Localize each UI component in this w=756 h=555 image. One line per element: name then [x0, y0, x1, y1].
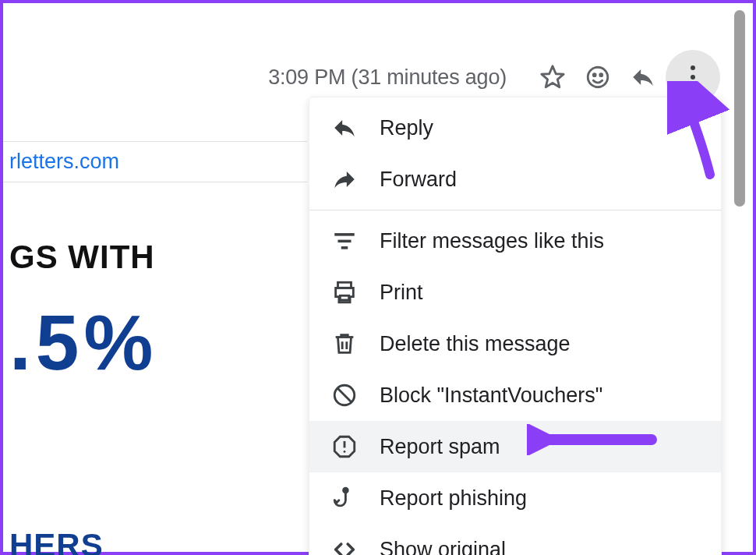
menu-item-reply[interactable]: Reply — [309, 102, 721, 154]
svg-line-10 — [337, 388, 352, 402]
svg-point-13 — [344, 451, 346, 453]
svg-rect-5 — [338, 240, 352, 243]
menu-item-block[interactable]: Block "InstantVouchers" — [309, 369, 721, 421]
menu-separator — [309, 210, 721, 210]
phishing-icon — [331, 485, 358, 511]
promo-percent: .5% — [9, 298, 157, 387]
reply-icon — [331, 115, 358, 141]
print-icon — [331, 279, 358, 306]
app-frame: { "header": { "timestamp": "3:09 PM (31 … — [0, 0, 756, 555]
menu-label: Forward — [380, 168, 457, 192]
code-icon — [331, 536, 358, 555]
trash-icon — [331, 331, 358, 357]
svg-marker-0 — [542, 66, 563, 87]
menu-label: Print — [380, 281, 423, 305]
svg-point-2 — [593, 74, 595, 76]
timestamp: 3:09 PM (31 minutes ago) — [268, 65, 507, 90]
menu-item-report-phishing[interactable]: Report phishing — [309, 472, 721, 524]
menu-label: Reply — [380, 116, 433, 140]
menu-item-delete[interactable]: Delete this message — [309, 318, 721, 369]
svg-rect-8 — [340, 295, 348, 300]
menu-label: Show original — [380, 538, 506, 556]
menu-label: Filter messages like this — [380, 229, 604, 253]
forward-icon — [331, 166, 358, 193]
star-button[interactable] — [530, 55, 575, 100]
reply-button[interactable] — [620, 55, 666, 100]
sender-domain-text: rletters.com — [9, 150, 119, 173]
menu-item-forward[interactable]: Forward — [309, 154, 721, 205]
menu-label: Report spam — [380, 435, 500, 459]
menu-item-print[interactable]: Print — [309, 267, 721, 318]
spam-icon — [331, 433, 358, 460]
promo-headline: GS WITH — [9, 239, 155, 276]
svg-point-3 — [600, 74, 602, 76]
svg-point-1 — [588, 67, 608, 87]
menu-item-report-spam[interactable]: Report spam — [309, 421, 721, 472]
emoji-button[interactable] — [575, 55, 620, 100]
more-vertical-icon — [691, 65, 695, 89]
block-icon — [331, 382, 358, 408]
message-more-menu: Reply Forward Filter messages like this … — [309, 97, 722, 555]
menu-label: Delete this message — [380, 332, 571, 356]
menu-label: Block "InstantVouchers" — [380, 384, 602, 408]
svg-rect-4 — [334, 233, 355, 236]
menu-label: Report phishing — [380, 486, 527, 511]
menu-item-show-original[interactable]: Show original — [309, 524, 721, 555]
svg-rect-6 — [341, 246, 348, 249]
sender-domain-link[interactable]: rletters.com — [3, 141, 307, 182]
filter-icon — [331, 228, 358, 254]
promo-footer: HERS — [9, 527, 104, 555]
scrollbar[interactable] — [734, 10, 745, 207]
menu-item-filter[interactable]: Filter messages like this — [309, 215, 721, 267]
